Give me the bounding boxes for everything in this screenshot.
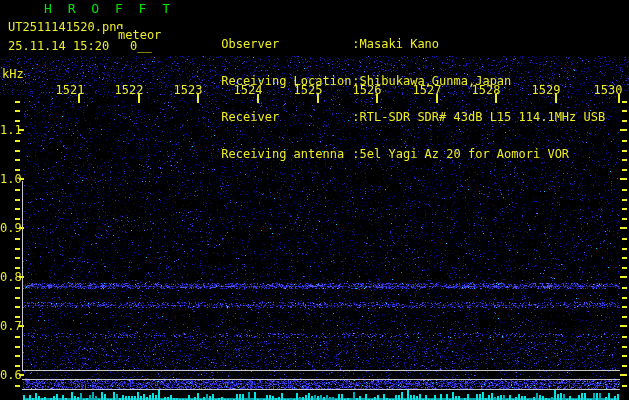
freq-minor-tick-left [15,140,20,142]
freq-minor-tick-right [622,267,627,269]
hrofft-screen: H R O F F T UT2511141520.png meteor 25.1… [0,0,629,400]
freq-minor-tick-right [622,297,627,299]
time-tick [257,94,259,103]
time-label: 1521 [55,84,85,96]
info-row-observer: Observer:Masaki Kano [178,26,605,39]
freq-minor-tick-left [15,238,20,240]
freq-minor-tick-right [622,257,627,259]
info-label: Receiving antenna [221,148,352,160]
freq-minor-tick-right [622,336,627,338]
freq-label: 0.7 [0,320,20,332]
freq-minor-tick-right [622,218,627,220]
freq-minor-tick-left [15,120,20,122]
freq-label: 0.9 [0,222,20,234]
freq-minor-tick-right [622,385,627,387]
freq-minor-tick-right [622,189,627,191]
freq-minor-tick-left [15,208,20,210]
freq-minor-tick-left [15,287,20,289]
freq-minor-tick-left [15,159,20,161]
freq-minor-tick-right [622,238,627,240]
freq-minor-tick-right [622,120,627,122]
freq-minor-tick-right [622,346,627,348]
freq-minor-tick-left [15,346,20,348]
freq-minor-tick-right [622,140,627,142]
freq-minor-tick-left [15,110,20,112]
freq-minor-tick-left [15,316,20,318]
echo-count: 0__ [130,40,152,52]
info-row-location: Receiving Location:Shibukawa,Gunma,Japan [178,63,605,76]
freq-minor-tick-left [15,297,20,299]
info-value: :Masaki Kano [352,37,439,51]
time-tick [555,94,557,103]
freq-minor-tick-left [15,150,20,152]
freq-label: 1.1 [0,124,20,136]
freq-major-tick-right [620,129,627,131]
info-label: Receiver [221,111,352,123]
freq-major-tick-right [620,325,627,327]
freq-minor-tick-right [622,199,627,201]
freq-minor-tick-right [622,365,627,367]
freq-minor-tick-left [15,267,20,269]
freq-minor-tick-left [15,199,20,201]
freq-axis-unit: kHz [2,68,24,80]
freq-minor-tick-left [15,385,20,387]
freq-minor-tick-left [15,365,20,367]
time-tick [376,94,378,103]
info-row-receiver: Receiver:RTL-SDR SDR# 43dB L15 114.1MHz … [178,99,605,112]
capture-filename: UT2511141520.png [8,21,124,33]
app-title: H R O F F T [44,3,174,15]
freq-minor-tick-right [622,287,627,289]
freq-minor-tick-right [622,316,627,318]
info-label: Observer [221,38,352,50]
freq-label: 1.0 [0,173,20,185]
freq-major-tick-right [620,276,627,278]
freq-major-tick-right [620,227,627,229]
freq-minor-tick-right [622,355,627,357]
freq-minor-tick-left [15,355,20,357]
freq-minor-tick-left [15,101,20,103]
freq-minor-tick-left [15,218,20,220]
freq-major-tick-right [620,374,627,376]
freq-major-tick-left [19,325,24,327]
freq-minor-tick-left [15,189,20,191]
info-row-antenna: Receiving antenna:5el Yagi Az 20 for Aom… [178,136,605,149]
freq-major-tick-left [19,374,24,376]
time-tick [138,94,140,103]
time-tick [317,94,319,103]
info-value: :RTL-SDR SDR# 43dB L15 114.1MHz USB [352,110,605,124]
freq-minor-tick-right [622,306,627,308]
freq-major-tick-left [19,227,24,229]
freq-minor-tick-left [15,306,20,308]
freq-label: 0.8 [0,271,20,283]
info-value: :5el Yagi Az 20 for Aomori VOR [352,147,569,161]
time-tick [618,94,620,103]
freq-major-tick-left [19,129,24,131]
freq-major-tick-left [19,178,24,180]
freq-major-tick-left [19,276,24,278]
freq-minor-tick-right [622,169,627,171]
datetime-label: 25.11.14 15:20 [8,40,109,52]
freq-minor-tick-right [622,110,627,112]
freq-minor-tick-left [15,336,20,338]
freq-minor-tick-right [622,208,627,210]
time-tick [197,94,199,103]
time-tick [495,94,497,103]
freq-minor-tick-left [15,169,20,171]
freq-minor-tick-right [622,101,627,103]
time-tick [436,94,438,103]
time-tick [78,94,80,103]
freq-major-tick-right [620,178,627,180]
freq-minor-tick-left [15,248,20,250]
freq-label: 0.6 [0,369,20,381]
freq-minor-tick-right [622,150,627,152]
freq-minor-tick-right [622,159,627,161]
freq-minor-tick-right [622,248,627,250]
freq-minor-tick-left [15,257,20,259]
